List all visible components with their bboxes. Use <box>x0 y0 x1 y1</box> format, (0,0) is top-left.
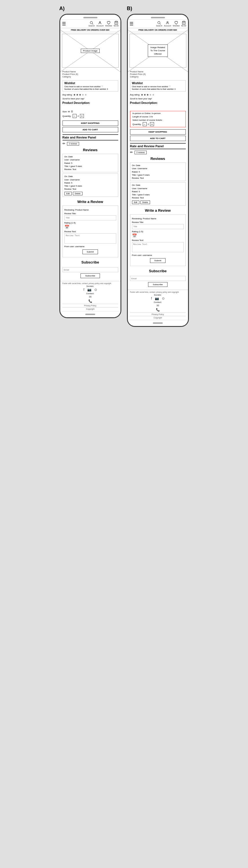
product-price-b: Product Price (€) <box>130 73 186 75</box>
facebook-icon-a[interactable]: f <box>83 288 84 292</box>
email-input-a[interactable] <box>62 267 118 272</box>
description-content-b <box>128 105 188 110</box>
delete-btn-b[interactable]: Delete <box>141 200 150 204</box>
search-label-a: Search <box>88 25 95 27</box>
search-nav-b[interactable]: Search <box>156 21 162 27</box>
svg-point-2 <box>99 22 101 23</box>
phone-a-speaker <box>83 17 97 18</box>
hamburger-icon-b[interactable]: ☰ <box>129 21 133 27</box>
cart-nav-b[interactable]: €0.00 <box>181 21 186 27</box>
wishlist-nav-b[interactable]: Wishlist <box>173 21 180 27</box>
footer-b: Footer with social links, contact, priva… <box>128 290 188 320</box>
scroll-note-a: Scroll to have your say! <box>60 97 121 100</box>
account-nav-b[interactable]: Account <box>164 21 171 27</box>
subscribe-btn-b[interactable]: Subscribe <box>148 282 168 287</box>
review-card-1-a: On: Date User: Username Rated: 5 Title: … <box>62 154 118 172</box>
instagram-icon-a[interactable]: 📷 <box>87 288 92 292</box>
reviews-badge-a[interactable]: 2 reviews <box>67 142 80 146</box>
add-to-cart-btn-b[interactable]: ADD TO CART <box>130 136 186 141</box>
product-category-b: Category <box>130 75 186 78</box>
pencil-icon-b[interactable]: ✏ <box>130 150 133 154</box>
star4-b: ★ <box>149 93 152 96</box>
review-actions-a: Edit Delete <box>64 192 116 195</box>
review-title-input-b[interactable] <box>132 224 184 229</box>
submit-btn-a[interactable]: Submit <box>83 249 98 254</box>
email-icon-a[interactable]: ✉ <box>89 295 92 299</box>
account-nav-a[interactable]: Account <box>97 21 103 27</box>
course-qty-minus-b[interactable]: − <box>143 122 147 126</box>
phone-icon-b[interactable]: 📞 <box>156 308 160 312</box>
qty-row-a: Quantity: − 2 + <box>60 114 121 120</box>
reviews-badge-b[interactable]: 2 reviews <box>134 151 147 154</box>
pencil-icon-a[interactable]: ✏ <box>62 142 65 146</box>
facebook-icon-b[interactable]: f <box>151 297 152 301</box>
review-card-1-b: On: Date User: Username Rated: 5 Title: … <box>130 162 186 181</box>
product-name-b: Product Name <box>130 70 186 73</box>
product-price-a: Product Price (€) <box>62 73 118 75</box>
search-nav-a[interactable]: Search <box>88 21 95 27</box>
reviewing-label-a: Reviewing: Product Name <box>64 209 116 211</box>
subscribe-form-a: Subscribe <box>60 266 121 281</box>
rate-panel-a: Rate and Review Panel ✏ 2 reviews <box>60 133 121 147</box>
wishlist-label-b: Wishlist <box>173 25 180 27</box>
product-image-label-a: Product Image <box>81 49 99 53</box>
email-input-b[interactable] <box>130 276 186 281</box>
email-icon-b[interactable]: ✉ <box>156 304 159 307</box>
review-text-input-a[interactable] <box>64 234 116 244</box>
review-text-input-b[interactable] <box>132 242 184 252</box>
instagram-icon-b[interactable]: 📷 <box>155 297 159 301</box>
hamburger-icon-a[interactable]: ☰ <box>62 21 66 27</box>
github-icon-b[interactable]: ⊙ <box>162 297 165 301</box>
heart-icon-b[interactable]: ♡ <box>169 85 170 88</box>
phone-icon-a[interactable]: 📞 <box>88 299 92 303</box>
phone-a-top-bar <box>60 14 121 20</box>
course-image-b: Image RelatedTo The CourseOffered <box>129 34 186 68</box>
review-title-input-a[interactable] <box>64 215 116 220</box>
delivery-banner-a: FREE DELIVERY ON ORDERS OVER €80! <box>60 28 121 32</box>
review2-review-b: Review: Text <box>132 196 184 199</box>
footer-contact-row-b: ✉ 📞 <box>130 304 186 312</box>
footer-contact-row-a: ✉ 📞 <box>62 295 118 303</box>
delete-btn-a[interactable]: Delete <box>73 192 83 195</box>
wishlist-nav-a[interactable]: Wishlist <box>105 21 112 27</box>
review-title-label-b: Review Title: <box>132 221 184 223</box>
qty-plus-a[interactable]: + <box>80 114 84 118</box>
footer-socials-label-b: Socials: <box>130 294 186 296</box>
review1-on-b: On: Date <box>132 164 184 167</box>
phone-b-bottom-bar <box>128 320 188 326</box>
course-qty-plus-b[interactable]: + <box>150 122 154 126</box>
add-to-cart-btn-a[interactable]: ADD TO CART <box>62 127 118 132</box>
review-actions-b: Edit Delete <box>132 200 184 204</box>
edit-btn-b[interactable]: Edit <box>132 200 140 204</box>
heart-icon-a[interactable]: ♡ <box>101 85 103 88</box>
footer-privacy-a[interactable]: Privacy Policy <box>62 304 118 307</box>
subscribe-btn-a[interactable]: Subscribe <box>81 273 100 278</box>
keep-shopping-btn-b[interactable]: KEEP SHOPPING <box>130 129 186 134</box>
nav-icons-b: Search Account Wishlist €0.00 <box>156 21 186 27</box>
qty-value-a: 2 <box>78 115 79 117</box>
footer-privacy-b[interactable]: Privacy Policy <box>130 312 186 315</box>
submit-btn-b[interactable]: Submit <box>150 258 165 263</box>
review1-review-b: Review: Text <box>132 177 184 180</box>
review1-user-b: User: Username <box>132 167 184 170</box>
phone-b-speaker <box>151 17 165 18</box>
phone-b: ☰ Search Account Wishlist <box>127 14 189 327</box>
keep-shopping-btn-a[interactable]: KEEP SHOPPING <box>62 121 118 126</box>
github-icon-a[interactable]: ⊙ <box>94 288 97 292</box>
phone-a-home-btn[interactable] <box>85 314 95 315</box>
edit-btn-a[interactable]: Edit <box>64 192 72 195</box>
wishlist-desc-a: Click heart to add or remove from wishli… <box>64 85 116 88</box>
review1-rated-a: Rated: 5 <box>64 162 116 165</box>
footer-contact-label-a: Contact: <box>62 292 118 294</box>
search-label-b: Search <box>156 25 162 27</box>
cart-nav-a[interactable]: €0.00 <box>114 21 119 27</box>
description-title-a: Product Description: <box>60 100 121 105</box>
size-icon-a[interactable]: ☰ <box>71 111 73 113</box>
phone-b-home-btn[interactable] <box>153 322 163 324</box>
nav-bar-b: ☰ Search Account Wishlist <box>128 20 188 28</box>
product-name-a: Product Name <box>62 70 118 73</box>
scroll-note-b: Scroll to have your say! <box>128 97 188 100</box>
review-card-2-b: On: Date User: Username Rated: 5 Title: … <box>130 182 186 205</box>
product-category-a: Category <box>62 75 118 78</box>
qty-minus-a[interactable]: − <box>73 114 76 118</box>
